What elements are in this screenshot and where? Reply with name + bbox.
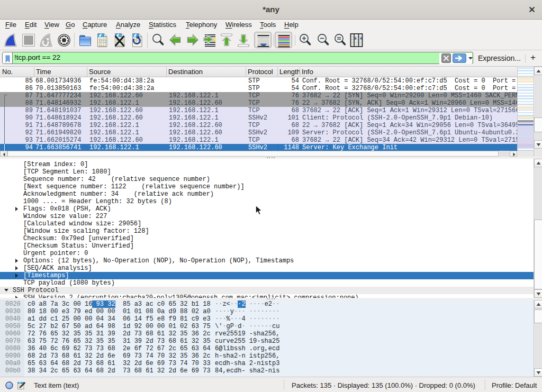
svg-text:0111: 0111 — [99, 44, 107, 48]
